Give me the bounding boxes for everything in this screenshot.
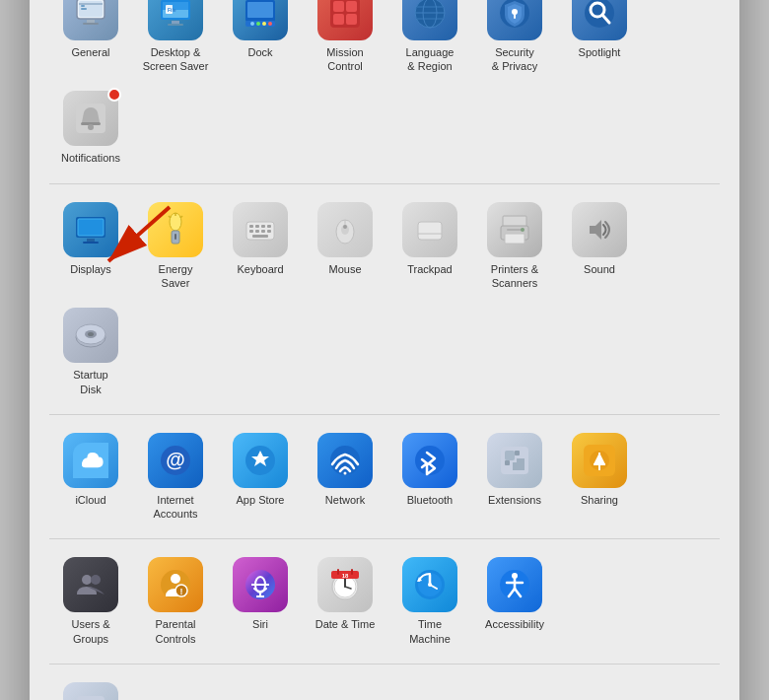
svg-rect-112: [337, 569, 339, 575]
language-icon: [402, 0, 457, 40]
svg-rect-7: [81, 5, 85, 7]
pref-sound[interactable]: Sound: [558, 194, 641, 299]
svg-rect-58: [261, 225, 265, 228]
svg-rect-37: [514, 14, 516, 19]
appstore-icon: [233, 433, 288, 488]
pref-general[interactable]: General: [49, 0, 132, 81]
pref-energy[interactable]: EnergySaver: [134, 194, 217, 299]
sound-icon: [572, 202, 627, 257]
pref-extensions[interactable]: Extensions: [473, 425, 556, 529]
svg-rect-88: [505, 451, 515, 460]
svg-rect-12: [172, 21, 179, 24]
desktop-label: Desktop &Screen Saver: [143, 45, 209, 74]
svg-rect-22: [262, 22, 266, 26]
ntfs-icon: [63, 682, 118, 700]
section-hardware: Displays EnergySaver: [49, 184, 720, 415]
section-other: NTFS for Mac: [49, 665, 720, 700]
pref-bluetooth[interactable]: Bluetooth: [388, 425, 471, 529]
svg-rect-61: [255, 230, 259, 233]
pref-displays[interactable]: Displays: [49, 194, 132, 299]
pref-spotlight[interactable]: Spotlight: [558, 0, 641, 81]
pref-siri[interactable]: Siri: [219, 549, 302, 654]
svg-rect-46: [87, 239, 95, 242]
mouse-icon: [317, 202, 373, 257]
extensions-label: Extensions: [488, 493, 541, 507]
svg-rect-63: [267, 230, 271, 233]
displays-label: Displays: [70, 262, 111, 276]
pref-network[interactable]: Network: [304, 425, 386, 529]
pref-dock[interactable]: Dock: [219, 0, 302, 81]
pref-language[interactable]: Language& Region: [388, 0, 471, 81]
datetime-icon: 18: [317, 557, 373, 612]
internet-label: InternetAccounts: [153, 493, 197, 522]
icloud-label: iCloud: [75, 493, 105, 507]
pref-desktop[interactable]: File Desktop &Screen Saver: [134, 0, 217, 81]
svg-rect-62: [261, 230, 265, 233]
pref-datetime[interactable]: 18 Date & Time: [304, 549, 386, 654]
network-icon: [317, 433, 373, 488]
sharing-icon: [572, 433, 627, 488]
siri-label: Siri: [252, 617, 268, 631]
printers-icon: [487, 202, 542, 257]
svg-rect-6: [83, 23, 99, 25]
pref-users[interactable]: Users &Groups: [49, 549, 132, 654]
svg-rect-13: [168, 24, 183, 26]
pref-trackpad[interactable]: Trackpad: [388, 194, 471, 299]
svg-point-98: [171, 574, 180, 584]
pref-keyboard[interactable]: Keyboard: [219, 194, 302, 299]
pref-accessibility[interactable]: Accessibility: [473, 549, 556, 654]
pref-parental[interactable]: ! ParentalControls: [134, 549, 217, 654]
bluetooth-icon: [402, 433, 457, 488]
svg-rect-27: [333, 14, 344, 25]
mission-label: MissionControl: [326, 45, 363, 74]
svg-rect-74: [507, 229, 523, 231]
notifications-label: Notifications: [61, 151, 120, 165]
displays-icon: [63, 202, 118, 257]
pref-icloud[interactable]: iCloud: [49, 425, 132, 529]
pref-security[interactable]: Security& Privacy: [473, 0, 556, 81]
mouse-label: Mouse: [328, 262, 361, 276]
pref-ntfs[interactable]: NTFS for Mac: [49, 674, 132, 700]
svg-rect-20: [250, 22, 254, 26]
accessibility-icon: [487, 557, 542, 612]
preferences-content: General File Desktop: [30, 0, 739, 700]
system-preferences-window: ‹ › System Preferences 🔍: [30, 0, 739, 700]
siri-icon: [233, 557, 288, 612]
pref-startup[interactable]: StartupDisk: [49, 300, 132, 404]
pref-mission[interactable]: MissionControl: [304, 0, 386, 81]
keyboard-label: Keyboard: [237, 262, 283, 276]
pref-internet[interactable]: @ InternetAccounts: [134, 425, 217, 529]
section-internet: iCloud @ InternetAccounts: [49, 415, 720, 540]
pref-appstore[interactable]: App Store: [219, 425, 302, 529]
trackpad-icon: [402, 202, 457, 257]
language-label: Language& Region: [406, 45, 454, 74]
svg-rect-8: [81, 8, 87, 10]
users-label: Users &Groups: [71, 617, 109, 646]
svg-rect-57: [255, 225, 259, 228]
svg-line-52: [169, 216, 171, 218]
svg-point-95: [82, 575, 92, 585]
svg-rect-73: [505, 234, 524, 244]
startup-label: StartupDisk: [73, 368, 107, 396]
dock-label: Dock: [247, 45, 272, 59]
network-label: Network: [325, 493, 365, 507]
svg-rect-4: [79, 3, 103, 5]
timemachine-label: TimeMachine: [409, 617, 451, 646]
svg-text:File: File: [168, 7, 176, 13]
svg-text:@: @: [166, 449, 185, 470]
svg-rect-21: [256, 22, 260, 26]
internet-icon: @: [148, 433, 203, 488]
pref-notifications[interactable]: Notifications: [49, 83, 132, 173]
pref-timemachine[interactable]: TimeMachine: [388, 549, 471, 654]
icloud-icon: [63, 433, 118, 488]
pref-mouse[interactable]: Mouse: [304, 194, 386, 299]
notifications-icon: [63, 91, 118, 146]
keyboard-icon: [233, 202, 288, 257]
svg-rect-23: [268, 22, 272, 26]
pref-printers[interactable]: Printers &Scanners: [473, 194, 556, 299]
pref-sharing[interactable]: Sharing: [558, 425, 641, 529]
mission-icon: [317, 0, 373, 40]
notification-badge: [107, 88, 121, 102]
security-icon: [487, 0, 542, 40]
svg-text:18: 18: [342, 573, 349, 579]
